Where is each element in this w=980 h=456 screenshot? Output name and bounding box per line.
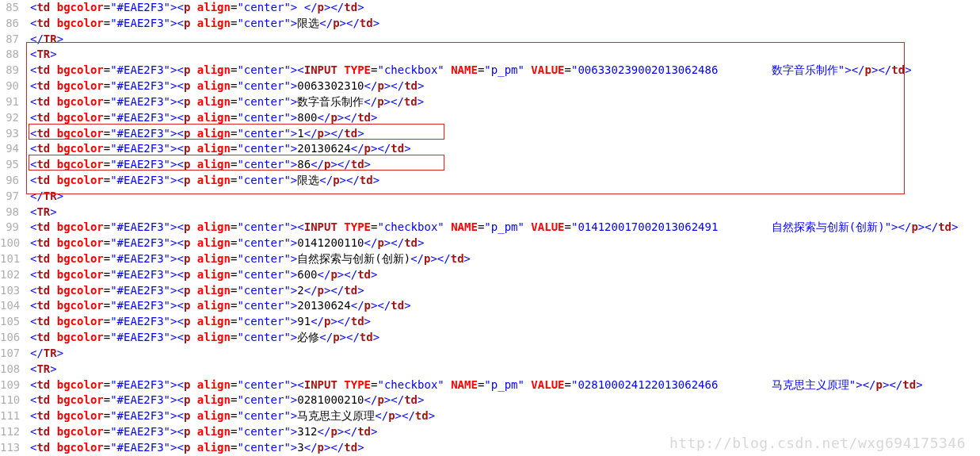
code-line: 94<td bgcolor="#EAE2F3"><p align="center…	[0, 141, 980, 157]
line-number: 106	[0, 330, 24, 346]
code-content: <td bgcolor="#EAE2F3"><p align="center">…	[24, 157, 371, 173]
code-content: <td bgcolor="#EAE2F3"><p align="center">…	[24, 267, 377, 283]
code-listing: 85<td bgcolor="#EAE2F3"><p align="center…	[0, 0, 980, 456]
code-content: <td bgcolor="#EAE2F3"><p align="center">…	[24, 126, 364, 142]
code-line: 92<td bgcolor="#EAE2F3"><p align="center…	[0, 110, 980, 126]
code-content: <td bgcolor="#EAE2F3"><p align="center">…	[24, 236, 424, 251]
code-content: <td bgcolor="#EAE2F3"><p align="center">…	[24, 94, 424, 110]
line-number: 111	[0, 408, 24, 424]
line-number: 109	[0, 377, 24, 393]
code-content: <td bgcolor="#EAE2F3"><p align="center">…	[24, 393, 424, 408]
line-number: 100	[0, 236, 24, 251]
code-line: 112<td bgcolor="#EAE2F3"><p align="cente…	[0, 424, 980, 440]
line-number: 101	[0, 251, 24, 267]
code-content: <TR>	[24, 205, 57, 220]
line-number: 97	[0, 189, 24, 205]
code-line: 90<td bgcolor="#EAE2F3"><p align="center…	[0, 79, 980, 94]
line-number: 95	[0, 157, 24, 173]
code-content: <td bgcolor="#EAE2F3"><p align="center">…	[24, 110, 377, 126]
code-content: <td bgcolor="#EAE2F3"><p align="center">…	[24, 314, 371, 330]
line-number: 94	[0, 141, 24, 157]
line-number: 108	[0, 362, 24, 377]
code-content: <td bgcolor="#EAE2F3"><p align="center">…	[24, 141, 411, 157]
code-content: <td bgcolor="#EAE2F3"><p align="center">…	[24, 79, 424, 94]
line-number: 104	[0, 298, 24, 314]
code-line: 110<td bgcolor="#EAE2F3"><p align="cente…	[0, 393, 980, 408]
code-line: 87</TR>	[0, 32, 980, 48]
code-content: <TR>	[24, 47, 57, 63]
line-number: 92	[0, 110, 24, 126]
line-number: 89	[0, 63, 24, 79]
code-line: 85<td bgcolor="#EAE2F3"><p align="center…	[0, 0, 980, 16]
code-line: 101<td bgcolor="#EAE2F3"><p align="cente…	[0, 251, 980, 267]
code-line: 97</TR>	[0, 189, 980, 205]
code-line: 105<td bgcolor="#EAE2F3"><p align="cente…	[0, 314, 980, 330]
code-line: 113<td bgcolor="#EAE2F3"><p align="cente…	[0, 440, 980, 456]
code-content: <td bgcolor="#EAE2F3"><p align="center">…	[24, 0, 364, 16]
code-line: 100<td bgcolor="#EAE2F3"><p align="cente…	[0, 236, 980, 251]
line-number: 105	[0, 314, 24, 330]
code-content: <td bgcolor="#EAE2F3"><p align="center">…	[24, 424, 377, 440]
code-line: 86<td bgcolor="#EAE2F3"><p align="center…	[0, 16, 980, 32]
code-line: 106<td bgcolor="#EAE2F3"><p align="cente…	[0, 330, 980, 346]
code-line: 107</TR>	[0, 346, 980, 362]
code-content: <td bgcolor="#EAE2F3"><p align="center">…	[24, 298, 411, 314]
line-number: 96	[0, 173, 24, 189]
line-number: 98	[0, 205, 24, 220]
code-content: <td bgcolor="#EAE2F3"><p align="center">…	[24, 283, 364, 299]
line-number: 110	[0, 393, 24, 408]
code-content: <td bgcolor="#EAE2F3"><p align="center">…	[24, 440, 364, 456]
code-line: 89<td bgcolor="#EAE2F3"><p align="center…	[0, 63, 980, 79]
code-line: 88<TR>	[0, 47, 980, 63]
line-number: 102	[0, 267, 24, 283]
line-number: 113	[0, 440, 24, 456]
code-content: <td bgcolor="#EAE2F3"><p align="center">…	[24, 408, 435, 424]
code-content: </TR>	[24, 346, 63, 362]
line-number: 99	[0, 220, 24, 236]
code-line: 93<td bgcolor="#EAE2F3"><p align="center…	[0, 126, 980, 142]
code-content: <td bgcolor="#EAE2F3"><p align="center">…	[24, 63, 912, 79]
line-number: 86	[0, 16, 24, 32]
code-line: 91<td bgcolor="#EAE2F3"><p align="center…	[0, 94, 980, 110]
code-content: </TR>	[24, 189, 63, 205]
line-number: 88	[0, 47, 24, 63]
code-line: 108<TR>	[0, 362, 980, 377]
code-content: <TR>	[24, 362, 57, 377]
code-line: 111<td bgcolor="#EAE2F3"><p align="cente…	[0, 408, 980, 424]
code-line: 109<td bgcolor="#EAE2F3"><p align="cente…	[0, 377, 980, 393]
line-number: 87	[0, 32, 24, 48]
code-line: 102<td bgcolor="#EAE2F3"><p align="cente…	[0, 267, 980, 283]
code-line: 99<td bgcolor="#EAE2F3"><p align="center…	[0, 220, 980, 236]
code-line: 95<td bgcolor="#EAE2F3"><p align="center…	[0, 157, 980, 173]
line-number: 112	[0, 424, 24, 440]
code-content: </TR>	[24, 32, 63, 48]
line-number: 107	[0, 346, 24, 362]
code-content: <td bgcolor="#EAE2F3"><p align="center">…	[24, 251, 471, 267]
line-number: 85	[0, 0, 24, 16]
line-number: 91	[0, 94, 24, 110]
line-number: 90	[0, 79, 24, 94]
code-content: <td bgcolor="#EAE2F3"><p align="center">…	[24, 173, 379, 189]
code-content: <td bgcolor="#EAE2F3"><p align="center">…	[24, 16, 379, 32]
code-content: <td bgcolor="#EAE2F3"><p align="center">…	[24, 377, 923, 393]
code-content: <td bgcolor="#EAE2F3"><p align="center">…	[24, 220, 958, 236]
code-line: 104<td bgcolor="#EAE2F3"><p align="cente…	[0, 298, 980, 314]
code-line: 98<TR>	[0, 205, 980, 220]
code-line: 96<td bgcolor="#EAE2F3"><p align="center…	[0, 173, 980, 189]
code-line: 103<td bgcolor="#EAE2F3"><p align="cente…	[0, 283, 980, 299]
code-content: <td bgcolor="#EAE2F3"><p align="center">…	[24, 330, 379, 346]
line-number: 93	[0, 126, 24, 142]
line-number: 103	[0, 283, 24, 299]
